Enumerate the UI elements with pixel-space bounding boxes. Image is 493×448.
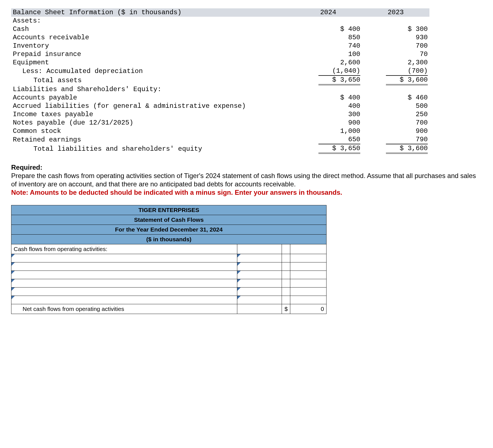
cf-line-6-amt2v [290, 296, 327, 304]
cf-line-2-amt1[interactable] [237, 262, 282, 271]
cf-line-6-amt1[interactable] [237, 296, 282, 304]
row-equipment-2024: 2,600 [318, 59, 360, 67]
row-retained-2023: 790 [386, 135, 428, 144]
cf-section-amt1 [237, 244, 282, 254]
cf-net-label: Net cash flows from operating activities [11, 304, 237, 314]
cf-line-1-amt1[interactable] [237, 254, 282, 262]
row-common-2023: 900 [386, 127, 428, 135]
cf-net-value: 0 [290, 304, 327, 314]
row-totalliabeq-2023: $ 3,600 [386, 144, 428, 154]
cf-header-1: TIGER ENTERPRISES [11, 205, 327, 215]
row-notes-label: Notes payable (due 12/31/2025) [11, 119, 294, 127]
row-accrued-label: Accrued liabilities (for general & admin… [11, 102, 294, 110]
row-common-2024: 1,000 [318, 127, 360, 135]
row-totalliabeq-2024: $ 3,650 [318, 144, 360, 154]
row-notes-2023: 700 [386, 119, 428, 127]
cf-line-5-amt2v [290, 288, 327, 296]
row-ar-2023: 930 [386, 33, 428, 42]
cf-line-4-amt2c [282, 279, 290, 288]
row-inventory-label: Inventory [11, 42, 294, 50]
row-equipment-label: Equipment [11, 59, 294, 67]
row-inventory-2024: 740 [318, 42, 360, 50]
row-accrued-2024: 400 [318, 102, 360, 110]
row-taxes-2024: 300 [318, 110, 360, 119]
required-block: Required: Prepare the cash flows from op… [11, 163, 482, 197]
cf-line-6-desc[interactable] [11, 296, 237, 304]
cf-line-3-amt2v [290, 271, 327, 279]
row-cash-2024: $ 400 [318, 25, 360, 33]
row-retained-label: Retained earnings [11, 135, 294, 144]
cf-line-2-desc[interactable] [11, 262, 237, 271]
row-cash-2023: $ 300 [386, 25, 428, 33]
row-retained-2024: 650 [318, 135, 360, 144]
row-accrued-2023: 500 [386, 102, 428, 110]
year-2024-header: 2024 [294, 8, 362, 17]
required-heading: Required: [11, 163, 482, 172]
cf-net-amt1 [237, 304, 282, 314]
required-note: Note: Amounts to be deducted should be i… [11, 188, 482, 197]
row-accdep-2023: (700) [386, 67, 428, 76]
year-2023-header: 2023 [362, 8, 429, 17]
row-inventory-2023: 700 [386, 42, 428, 50]
row-prepaid-2023: 70 [386, 50, 428, 59]
row-taxes-2023: 250 [386, 110, 428, 119]
cf-line-3-desc[interactable] [11, 271, 237, 279]
cf-line-5-amt2c [282, 288, 290, 296]
cf-line-3-amt1[interactable] [237, 271, 282, 279]
cf-net-currency: $ [282, 304, 290, 314]
cf-line-3-amt2c [282, 271, 290, 279]
row-totalassets-label: Total assets [11, 76, 294, 85]
row-cash-label: Cash [11, 25, 294, 33]
cf-line-5-desc[interactable] [11, 288, 237, 296]
cf-line-4-amt1[interactable] [237, 279, 282, 288]
balance-sheet-table: Balance Sheet Information ($ in thousand… [11, 8, 429, 154]
assets-section-header: Assets: [11, 17, 294, 25]
cf-line-4-amt2v [290, 279, 327, 288]
cf-line-6-amt2c [282, 296, 290, 304]
row-ar-label: Accounts receivable [11, 33, 294, 42]
cf-header-2: Statement of Cash Flows [11, 215, 327, 225]
cf-line-2-amt2v [290, 262, 327, 271]
row-ap-label: Accounts payable [11, 94, 294, 102]
row-prepaid-2024: 100 [318, 50, 360, 59]
cf-section-amt2v [290, 244, 327, 254]
cf-line-1-desc[interactable] [11, 254, 237, 262]
row-totalliabeq-label: Total liabilities and shareholders' equi… [11, 144, 294, 154]
cf-section-amt2c [282, 244, 290, 254]
row-ar-2024: 850 [318, 33, 360, 42]
row-accdep-label: Less: Accumulated depreciation [11, 67, 294, 76]
required-body: Prepare the cash flows from operating ac… [11, 172, 482, 188]
cf-line-5-amt1[interactable] [237, 288, 282, 296]
cf-line-4-desc[interactable] [11, 279, 237, 288]
row-totalassets-2024: $ 3,650 [318, 76, 360, 85]
row-totalassets-2023: $ 3,600 [386, 76, 428, 85]
row-taxes-label: Income taxes payable [11, 110, 294, 119]
row-ap-2024: $ 400 [318, 94, 360, 102]
liab-section-header: Liabilities and Shareholders' Equity: [11, 85, 294, 94]
balance-sheet-title: Balance Sheet Information ($ in thousand… [11, 8, 294, 17]
row-accdep-2024: (1,040) [318, 67, 360, 76]
row-notes-2024: 900 [318, 119, 360, 127]
row-common-label: Common stock [11, 127, 294, 135]
cf-line-1-amt2v [290, 254, 327, 262]
cf-line-2-amt2c [282, 262, 290, 271]
row-prepaid-label: Prepaid insurance [11, 50, 294, 59]
row-equipment-2023: 2,300 [386, 59, 428, 67]
cash-flow-form: TIGER ENTERPRISES Statement of Cash Flow… [11, 205, 327, 314]
row-ap-2023: $ 460 [386, 94, 428, 102]
cf-line-1-amt2c [282, 254, 290, 262]
cf-header-4: ($ in thousands) [11, 235, 327, 244]
cf-header-3: For the Year Ended December 31, 2024 [11, 225, 327, 235]
cf-section-label: Cash flows from operating activities: [11, 244, 237, 254]
